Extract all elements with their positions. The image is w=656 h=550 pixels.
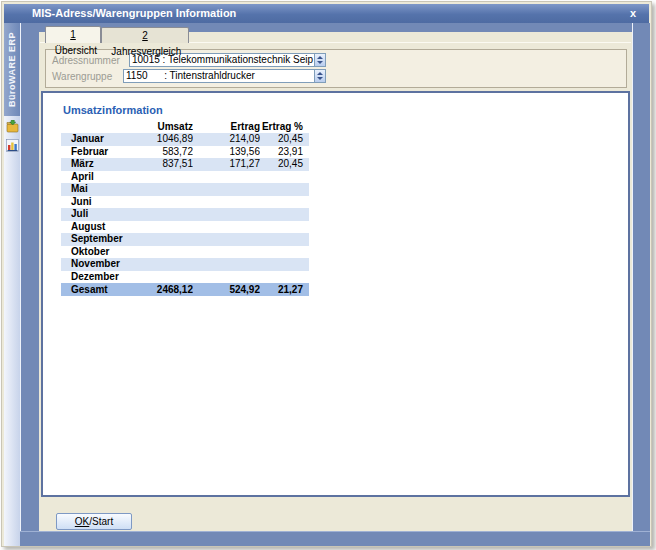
tab-uebersicht[interactable]: 1 Übersicht (45, 26, 101, 43)
umsatz-header: Umsatz (131, 120, 193, 133)
ertrag-pct-cell (260, 183, 309, 196)
month-cell: Oktober (61, 246, 131, 259)
table-row: Januar 1046,89 214,09 20,45 (61, 133, 309, 146)
table-row: April (61, 171, 309, 184)
ertrag-cell: 524,92 (193, 283, 260, 296)
warengruppe-field[interactable]: 1150 : Tintenstrahldrucker (123, 69, 326, 83)
month-cell: Gesamt (61, 283, 131, 296)
warengruppe-value: 1150 : Tintenstrahldrucker (124, 70, 314, 82)
ertrag-cell (193, 246, 260, 259)
ertrag-pct-cell (260, 196, 309, 209)
tab-uebersicht-label: Übersicht (52, 45, 97, 56)
ertrag-pct-header: Ertrag % (260, 120, 309, 133)
table-row: September (61, 233, 309, 246)
content-panel: Umsatzinformation Umsatz Ertrag Ertrag %… (41, 91, 630, 497)
warengruppe-label: Warengruppe (52, 70, 112, 83)
month-cell: November (61, 258, 131, 271)
table-row: Dezember (61, 271, 309, 284)
umsatz-cell (131, 258, 193, 271)
ertrag-cell: 214,09 (193, 133, 260, 146)
sidebar-strip: BüroWARE ERP (4, 23, 20, 546)
adressnummer-spinner[interactable] (314, 54, 325, 66)
frame-band-bottom (20, 531, 650, 546)
ok-button-rest: /Start (89, 516, 113, 527)
close-icon[interactable]: x (626, 4, 640, 23)
spinner-up-icon (317, 72, 323, 75)
screen: MIS-Adress/Warengruppen Information x Bü… (0, 0, 656, 550)
ertrag-pct-cell: 21,27 (260, 283, 309, 296)
ertrag-pct-cell (260, 258, 309, 271)
brand-header: BüroWARE ERP (4, 23, 20, 116)
table-row: Oktober (61, 246, 309, 259)
frame-band-left (20, 23, 39, 546)
month-header (61, 120, 131, 133)
spinner-down-icon (317, 61, 323, 64)
ok-button-accel: OK (75, 516, 89, 527)
month-cell: August (61, 221, 131, 234)
table-title: Umsatzinformation (63, 104, 163, 116)
ertrag-cell (193, 271, 260, 284)
tab-uebersicht-accel: 1 (70, 29, 76, 40)
table-row: Mai (61, 183, 309, 196)
warengruppe-spinner[interactable] (314, 70, 325, 82)
month-cell: Juni (61, 196, 131, 209)
umsatz-cell (131, 221, 193, 234)
ertrag-pct-cell: 20,45 (260, 133, 309, 146)
umsatz-cell (131, 171, 193, 184)
umsatz-cell (131, 196, 193, 209)
ertrag-pct-cell: 23,91 (260, 146, 309, 159)
table-row: März 837,51 171,27 20,45 (61, 158, 309, 171)
table-row: Juni (61, 196, 309, 209)
umsatz-cell (131, 271, 193, 284)
month-cell: Juli (61, 208, 131, 221)
ertrag-cell: 139,56 (193, 146, 260, 159)
tab-jahresvergleich[interactable]: 2 Jahresvergleich (101, 27, 189, 43)
ertrag-pct-cell (260, 208, 309, 221)
month-cell: Februar (61, 146, 131, 159)
ertrag-cell (193, 171, 260, 184)
table-row: November (61, 258, 309, 271)
umsatz-cell: 2468,12 (131, 283, 193, 296)
tab-jahresvergleich-label: Jahresvergleich (109, 46, 182, 57)
ertrag-cell (193, 196, 260, 209)
umsatz-cell (131, 208, 193, 221)
table-row: August (61, 221, 309, 234)
umsatz-cell: 837,51 (131, 158, 193, 171)
month-cell: Dezember (61, 271, 131, 284)
umsatz-cell (131, 183, 193, 196)
month-cell: März (61, 158, 131, 171)
spinner-up-icon (317, 56, 323, 59)
ertrag-cell: 171,27 (193, 158, 260, 171)
ertrag-cell (193, 258, 260, 271)
ertrag-pct-cell (260, 171, 309, 184)
ertrag-pct-cell (260, 221, 309, 234)
month-cell: Januar (61, 133, 131, 146)
ertrag-pct-cell (260, 246, 309, 259)
month-cell: April (61, 171, 131, 184)
frame-band-right (632, 23, 650, 546)
ok-start-button[interactable]: OK/Start (56, 513, 132, 530)
umsatz-table: Umsatz Ertrag Ertrag % Januar 1046,89 21… (61, 120, 309, 296)
umsatz-cell: 583,72 (131, 146, 193, 159)
table-row: Juli (61, 208, 309, 221)
umsatz-cell (131, 246, 193, 259)
table-body: Januar 1046,89 214,09 20,45 Februar 583,… (61, 133, 309, 296)
ertrag-cell (193, 183, 260, 196)
ertrag-pct-cell (260, 271, 309, 284)
ertrag-cell (193, 208, 260, 221)
ertrag-header: Ertrag (193, 120, 260, 133)
month-cell: September (61, 233, 131, 246)
umsatz-cell: 1046,89 (131, 133, 193, 146)
table-row: Februar 583,72 139,56 23,91 (61, 146, 309, 159)
ertrag-cell (193, 221, 260, 234)
umsatz-cell (131, 233, 193, 246)
tab-jahresvergleich-accel: 2 (142, 30, 148, 41)
app-window: MIS-Adress/Warengruppen Information x Bü… (1, 1, 652, 547)
chart-icon[interactable] (6, 139, 19, 152)
folder-import-icon[interactable] (6, 120, 19, 133)
spinner-down-icon (317, 77, 323, 80)
total-row: Gesamt 2468,12 524,92 21,27 (61, 283, 309, 296)
table-header: Umsatz Ertrag Ertrag % (61, 120, 309, 133)
title-bar[interactable]: MIS-Adress/Warengruppen Information x (4, 4, 649, 23)
ertrag-cell (193, 233, 260, 246)
